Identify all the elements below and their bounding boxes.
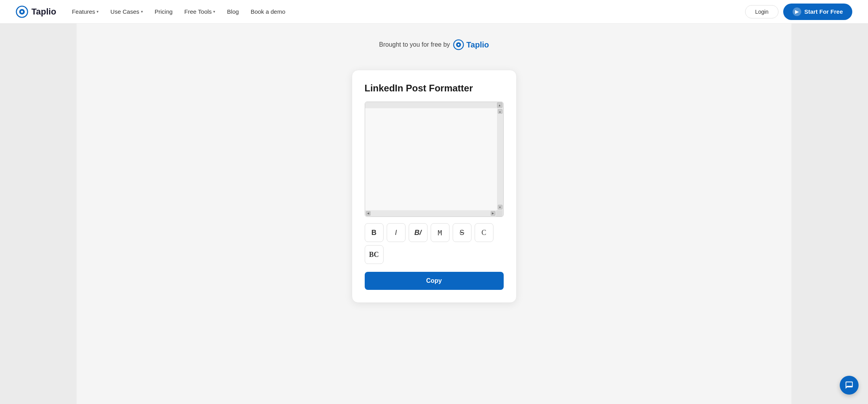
chat-support-button[interactable]: [840, 376, 859, 395]
chevron-down-icon: ▾: [97, 9, 99, 14]
scrollbar-top: ▲: [365, 102, 503, 108]
nav-link-book-demo[interactable]: Book a demo: [250, 8, 285, 15]
scroll-right-arrow[interactable]: ▶: [491, 211, 495, 216]
page-content: Brought to you for free by Taplio Linked…: [0, 24, 868, 404]
formatter-title: LinkedIn Post Formatter: [365, 83, 504, 94]
nav-link-freetools[interactable]: Free Tools ▾: [185, 8, 216, 15]
nav-link-pricing[interactable]: Pricing: [155, 8, 173, 15]
chevron-down-icon: ▾: [213, 9, 215, 14]
nav-link-features[interactable]: Features ▾: [72, 8, 99, 15]
bold-button[interactable]: B: [365, 223, 384, 242]
scroll-up-arrow[interactable]: ▲: [498, 109, 503, 114]
scroll-left-arrow[interactable]: ◀: [366, 211, 371, 216]
format-buttons-row: B I B/ M S C BC: [365, 223, 504, 264]
taplio-brand-icon: [453, 39, 464, 50]
nav-links: Features ▾ Use Cases ▾ Pricing Free Tool…: [72, 8, 745, 15]
strikethrough-button[interactable]: S: [453, 223, 471, 242]
start-for-free-button[interactable]: ▶ Start For Free: [783, 4, 852, 20]
scroll-down-arrow[interactable]: ▼: [498, 205, 503, 209]
right-sidebar-panel: [791, 24, 868, 404]
taplio-brand-text: Taplio: [466, 40, 489, 49]
text-area-container: ▲ ▼: [365, 108, 503, 210]
nav-logo-text: Taplio: [31, 7, 56, 17]
scroll-up-button[interactable]: ▲: [497, 102, 503, 108]
horizontal-scrollbar: ◀ ▶: [365, 210, 503, 217]
formatter-card: LinkedIn Post Formatter ▲ ▲ ▼ ◀ ▶: [352, 70, 517, 303]
chat-icon: [845, 381, 853, 389]
scrollbar-corner: [496, 210, 503, 217]
brought-by-banner: Brought to you for free by Taplio: [379, 39, 489, 50]
cursive-button[interactable]: C: [475, 223, 493, 242]
bold-cursive-button[interactable]: BC: [365, 245, 384, 264]
arrow-icon: ▶: [793, 7, 801, 16]
h-scrollbar-track: [371, 210, 490, 217]
navbar: Taplio Features ▾ Use Cases ▾ Pricing Fr…: [0, 0, 868, 24]
taplio-brand-link[interactable]: Taplio: [453, 39, 489, 50]
monospace-button[interactable]: M: [431, 223, 450, 242]
svg-point-2: [21, 11, 23, 13]
copy-button[interactable]: Copy: [365, 272, 504, 290]
brought-by-text: Brought to you for free by: [379, 41, 450, 48]
post-text-input[interactable]: [365, 108, 497, 210]
svg-point-5: [458, 44, 460, 46]
chevron-down-icon: ▾: [141, 9, 143, 14]
text-editor-wrapper: ▲ ▲ ▼ ◀ ▶: [365, 102, 504, 217]
taplio-logo-icon: [16, 5, 28, 18]
nav-logo[interactable]: Taplio: [16, 5, 56, 18]
nav-link-usecases[interactable]: Use Cases ▾: [110, 8, 143, 15]
nav-link-blog[interactable]: Blog: [227, 8, 239, 15]
login-button[interactable]: Login: [745, 5, 778, 18]
italic-button[interactable]: I: [387, 223, 406, 242]
bold-italic-button[interactable]: B/: [409, 223, 428, 242]
vertical-scrollbar: ▲ ▼: [497, 108, 503, 210]
left-sidebar-panel: [0, 24, 77, 404]
nav-actions: Login ▶ Start For Free: [745, 4, 852, 20]
